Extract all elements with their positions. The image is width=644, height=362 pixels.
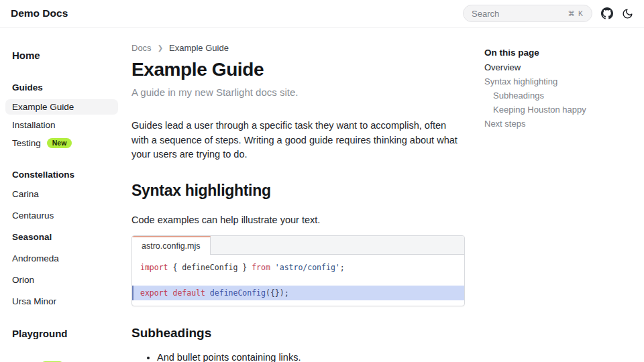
code-tab-bar: astro.config.mjs — [132, 236, 464, 255]
sidebar-item-installation[interactable]: Installation — [5, 117, 118, 133]
code-line-1: import { defineConfig } from 'astro/conf… — [132, 262, 464, 274]
sidebar-item-blog[interactable]: Blog WIP — [5, 358, 118, 362]
list-item: And bullet points containing links. — [157, 351, 465, 362]
sidebar-item-testing[interactable]: Testing New — [5, 135, 118, 151]
containing-links-link[interactable]: containing links — [231, 352, 298, 362]
code-tab-filename: astro.config.mjs — [132, 236, 211, 255]
sidebar-item-ursa-minor[interactable]: Ursa Minor — [5, 294, 118, 309]
site-header: Demo Docs Search ⌘ K — [0, 0, 644, 27]
code-token: 'astro/config' — [275, 263, 340, 272]
section-heading-syntax-highlighting: Syntax highlighting — [131, 182, 465, 200]
breadcrumb-current[interactable]: Example Guide — [169, 43, 229, 53]
code-token: defineConfig — [205, 288, 266, 298]
code-token: from — [252, 263, 270, 272]
header-actions: Search ⌘ K — [463, 5, 633, 22]
toc-item-overview[interactable]: Overview — [484, 63, 635, 72]
code-token: { defineConfig } — [168, 263, 252, 272]
sidebar-item-playground[interactable]: Playground — [5, 325, 118, 342]
table-of-contents: On this page Overview Syntax highlightin… — [484, 27, 635, 128]
intro-paragraph: Guides lead a user through a specific ta… — [131, 119, 465, 162]
code-token — [270, 263, 275, 272]
sidebar-item-centaurus[interactable]: Centaurus — [5, 208, 118, 223]
sidebar-item-example-guide[interactable]: Example Guide — [5, 99, 118, 115]
sidebar-nav: Home Guides Example Guide Installation T… — [0, 27, 126, 362]
breadcrumb-docs-link[interactable]: Docs — [131, 43, 152, 53]
new-badge: New — [47, 138, 72, 148]
bullet-text: . — [298, 352, 301, 362]
sidebar-item-andromeda[interactable]: Andromeda — [5, 251, 118, 266]
toc-item-next-steps[interactable]: Next steps — [484, 119, 635, 128]
sidebar-group-constellations: Constellations — [5, 167, 118, 182]
code-token: export default — [140, 288, 205, 298]
code-token: import — [140, 263, 168, 272]
sidebar-item-carina[interactable]: Carina — [5, 186, 118, 202]
code-token: ; — [340, 263, 345, 272]
code-line-2 — [132, 274, 464, 282]
code-line-3-highlighted: export default defineConfig({}); — [132, 286, 464, 300]
search-input[interactable]: Search ⌘ K — [463, 5, 592, 22]
keyboard-shortcut-hint: ⌘ K — [568, 9, 584, 17]
main-content: Docs ❯ Example Guide Example Guide A gui… — [131, 27, 465, 362]
code-content: import { defineConfig } from 'astro/conf… — [132, 255, 464, 306]
sidebar-item-label: Testing — [12, 138, 41, 148]
toc-item-keeping-houston-happy[interactable]: Keeping Houston happy — [484, 105, 635, 114]
code-block: astro.config.mjs import { defineConfig }… — [131, 235, 465, 306]
section-paragraph: Code examples can help illustrate your t… — [131, 215, 465, 225]
chevron-right-icon: ❯ — [158, 44, 163, 52]
toc-item-syntax-highlighting[interactable]: Syntax highlighting — [484, 77, 635, 86]
sidebar-item-orion[interactable]: Orion — [5, 272, 118, 288]
sidebar-item-home[interactable]: Home — [5, 47, 118, 64]
bullet-text: And bullet points — [157, 352, 231, 362]
github-icon[interactable] — [601, 7, 613, 19]
site-logo[interactable]: Demo Docs — [11, 7, 68, 19]
app-window: Demo Docs Search ⌘ K Home Guides Example… — [0, 0, 644, 362]
code-token: ({}); — [266, 288, 289, 298]
bullet-list: And bullet points containing links. — [131, 351, 465, 362]
breadcrumb: Docs ❯ Example Guide — [131, 43, 465, 53]
page-subtitle: A guide in my new Starlight docs site. — [131, 86, 465, 98]
sidebar-group-seasonal[interactable]: Seasonal — [5, 229, 118, 245]
toc-item-subheadings[interactable]: Subheadings — [484, 91, 635, 100]
page-title: Example Guide — [131, 59, 465, 80]
theme-toggle-moon-icon[interactable] — [622, 8, 633, 19]
toc-title: On this page — [484, 48, 635, 58]
sidebar-group-guides: Guides — [5, 80, 118, 95]
section-heading-subheadings: Subheadings — [131, 326, 465, 341]
search-placeholder: Search — [472, 9, 499, 19]
